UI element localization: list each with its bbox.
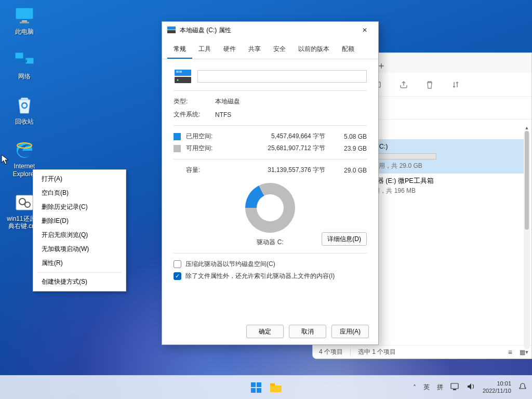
- svg-point-32: [177, 79, 179, 81]
- explorer-status-bar: 4 个项目 选中 1 个项目 ≡ ▦: [313, 345, 531, 358]
- drive-label-input[interactable]: [197, 70, 367, 83]
- dialog-title: 本地磁盘 (C:) 属性: [180, 26, 231, 35]
- tray-overflow-icon[interactable]: ˄: [413, 384, 416, 391]
- scroll-up-icon[interactable]: ▲: [524, 125, 530, 131]
- view-grid-icon[interactable]: ▦: [520, 349, 525, 356]
- value-type: 本地磁盘: [215, 97, 240, 106]
- svg-rect-27: [167, 30, 176, 33]
- value-free-bytes: 25,681,907,712 字节: [224, 144, 325, 153]
- label-type: 类型:: [174, 97, 210, 106]
- menu-delete-ie[interactable]: 删除IE(D): [33, 214, 126, 228]
- tab-sharing[interactable]: 共享: [242, 41, 267, 59]
- svg-rect-7: [16, 195, 33, 210]
- dialog-titlebar[interactable]: 本地磁盘 (C:) 属性 ✕: [162, 22, 378, 38]
- pie-label: 驱动器 C:: [257, 238, 283, 247]
- sort-icon[interactable]: [450, 79, 461, 90]
- ime-language[interactable]: 英: [423, 383, 430, 392]
- svg-rect-29: [176, 71, 179, 73]
- network-tray-icon[interactable]: [450, 383, 460, 392]
- notifications-tray-icon[interactable]: [518, 382, 527, 392]
- disk-cleanup-button[interactable]: 详细信息(D): [322, 232, 367, 246]
- svg-rect-26: [167, 26, 176, 30]
- value-capacity-gb: 29.0 GB: [330, 167, 367, 174]
- menu-blank-page[interactable]: 空白页(B): [33, 186, 126, 200]
- clock-time: 10:01: [483, 380, 511, 387]
- scrollbar-thumb[interactable]: [525, 131, 529, 230]
- status-selected-count: 选中 1 个项目: [358, 348, 396, 356]
- index-checkbox-row[interactable]: ✓ 除了文件属性外，还允许索引此驱动器上文件的内容(I): [174, 272, 367, 281]
- tab-hardware[interactable]: 硬件: [217, 41, 242, 59]
- properties-tabs: 常规 工具 硬件 共享 安全 以前的版本 配额: [162, 41, 378, 59]
- used-swatch: [174, 133, 181, 140]
- svg-rect-39: [453, 389, 456, 390]
- menu-create-shortcut[interactable]: 创建快捷方式(S): [33, 275, 126, 289]
- value-used-gb: 5.08 GB: [330, 133, 367, 140]
- value-free-gb: 23.9 GB: [330, 145, 367, 152]
- free-swatch: [174, 145, 181, 152]
- menu-delete-history[interactable]: 删除历史记录(C): [33, 200, 126, 214]
- tab-quota[interactable]: 配额: [336, 41, 361, 59]
- volume-tray-icon[interactable]: [467, 383, 475, 392]
- clock-date: 2022/11/10: [483, 388, 511, 394]
- svg-rect-37: [270, 383, 275, 385]
- compress-checkbox-row[interactable]: 压缩此驱动器以节约磁盘空间(C): [174, 260, 367, 269]
- ime-mode[interactable]: 拼: [437, 383, 443, 392]
- svg-rect-34: [257, 382, 261, 387]
- usage-pie-chart: [245, 183, 295, 233]
- menu-no-addons[interactable]: 无加载项启动(W): [33, 242, 126, 256]
- index-label: 除了文件属性外，还允许索引此驱动器上文件的内容(I): [185, 272, 335, 281]
- menu-properties[interactable]: 属性(R): [33, 256, 126, 270]
- svg-rect-3: [15, 52, 23, 59]
- view-details-icon[interactable]: ≡: [508, 348, 512, 356]
- svg-rect-35: [251, 388, 256, 393]
- svg-rect-33: [251, 382, 256, 387]
- status-item-count: 4 个项目: [319, 348, 343, 356]
- dialog-button-row: 确定 取消 应用(A): [162, 318, 378, 344]
- desktop-icon-this-pc[interactable]: 此电脑: [5, 5, 44, 35]
- svg-rect-38: [451, 383, 458, 389]
- svg-rect-0: [16, 8, 33, 19]
- menu-inprivate[interactable]: 开启无痕浏览(Q): [33, 228, 126, 242]
- desktop-icon-recycle-bin[interactable]: 回收站: [5, 95, 44, 125]
- icon-label: 此电脑: [15, 28, 34, 35]
- mouse-cursor-icon: [1, 154, 9, 166]
- compress-label: 压缩此驱动器以节约磁盘空间(C): [185, 260, 275, 269]
- drive-icon: [174, 69, 192, 84]
- menu-open[interactable]: 打开(A): [33, 172, 126, 186]
- network-icon: [14, 50, 35, 71]
- delete-icon[interactable]: [424, 79, 435, 90]
- label-free: 可用空间:: [186, 144, 219, 153]
- value-capacity-bytes: 31,139,557,376 字节: [224, 166, 325, 175]
- tray-clock[interactable]: 10:01 2022/11/10: [483, 380, 511, 394]
- icon-label: 网络: [18, 73, 31, 80]
- svg-rect-36: [257, 388, 261, 393]
- tab-tools[interactable]: 工具: [192, 41, 217, 59]
- monitor-icon: [14, 5, 35, 26]
- cancel-button[interactable]: 取消: [289, 325, 326, 338]
- label-capacity: 容量:: [186, 166, 219, 175]
- file-explorer-taskbar-icon[interactable]: [269, 380, 283, 395]
- properties-content: 类型:本地磁盘 文件系统:NTFS 已用空间:5,457,649,664 字节5…: [162, 59, 378, 318]
- svg-rect-2: [20, 22, 29, 23]
- checkbox-unchecked-icon[interactable]: [174, 260, 181, 268]
- drive-icon: [167, 26, 176, 34]
- tab-previous-versions[interactable]: 以前的版本: [292, 41, 336, 59]
- ie-icon: [14, 140, 35, 161]
- desktop-icon-network[interactable]: 网络: [5, 50, 44, 80]
- label-filesystem: 文件系统:: [174, 110, 210, 119]
- scrollbar[interactable]: ▲ ▼: [524, 131, 530, 349]
- value-filesystem: NTFS: [215, 111, 231, 118]
- share-icon[interactable]: [398, 79, 409, 90]
- taskbar: ˄ 英 拼 10:01 2022/11/10: [0, 375, 532, 399]
- close-button[interactable]: ✕: [353, 23, 376, 37]
- start-button[interactable]: [249, 380, 263, 395]
- ok-button[interactable]: 确定: [246, 325, 284, 338]
- tab-general[interactable]: 常规: [167, 41, 192, 59]
- tab-security[interactable]: 安全: [267, 41, 292, 59]
- icon-label: 回收站: [15, 118, 34, 125]
- svg-rect-1: [22, 20, 27, 22]
- drive-properties-dialog: 本地磁盘 (C:) 属性 ✕ 常规 工具 硬件 共享 安全 以前的版本 配额 类…: [162, 21, 379, 345]
- apply-button[interactable]: 应用(A): [331, 325, 369, 338]
- menu-separator: [37, 272, 122, 273]
- checkbox-checked-icon[interactable]: ✓: [174, 272, 181, 280]
